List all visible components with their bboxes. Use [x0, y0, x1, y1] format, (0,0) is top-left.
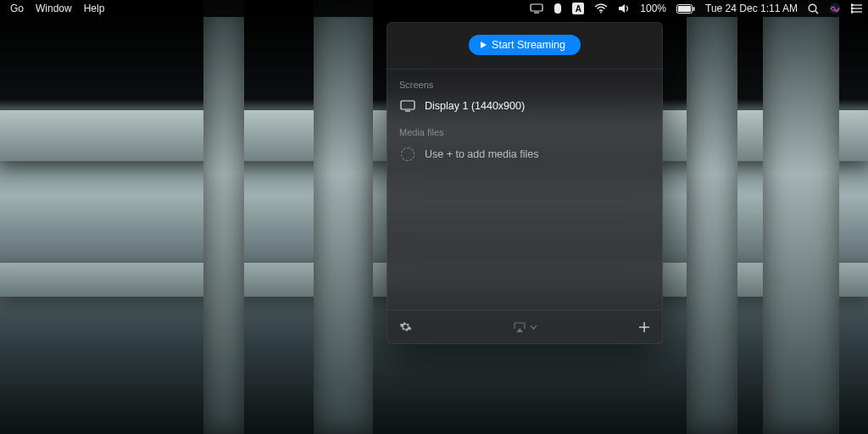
menu-window[interactable]: Window [36, 3, 72, 14]
battery-percentage: 100% [640, 3, 666, 14]
display-menubar-icon[interactable] [530, 3, 543, 14]
svg-line-9 [815, 11, 818, 14]
media-empty-row: Use + to add media files [387, 142, 662, 166]
screen-item[interactable]: Display 1 (1440x900) [387, 95, 662, 117]
svg-point-14 [851, 4, 853, 6]
settings-button[interactable] [399, 320, 412, 333]
airplay-dropdown[interactable] [513, 321, 537, 333]
volume-icon[interactable] [618, 3, 630, 14]
svg-marker-19 [516, 328, 523, 332]
svg-rect-6 [678, 6, 691, 12]
clock[interactable]: Tue 24 Dec 1:11 AM [705, 3, 798, 14]
svg-rect-7 [693, 7, 695, 11]
svg-point-3 [600, 12, 602, 14]
panel-header: Start Streaming [387, 23, 662, 70]
media-section-label: Media files [387, 117, 662, 142]
svg-point-8 [809, 4, 816, 12]
battery-icon[interactable] [676, 4, 695, 14]
svg-point-15 [851, 8, 853, 9]
screen-item-label: Display 1 (1440x900) [425, 100, 525, 112]
screens-section-label: Screens [387, 70, 662, 95]
start-streaming-button[interactable]: Start Streaming [469, 35, 581, 55]
input-source-badge[interactable]: A [572, 3, 584, 14]
svg-point-16 [851, 11, 853, 13]
mouse-icon[interactable] [554, 3, 562, 14]
airplay-icon [513, 321, 526, 333]
chevron-down-icon [530, 325, 537, 330]
svg-rect-2 [554, 3, 561, 14]
svg-marker-4 [619, 4, 625, 13]
menu-help[interactable]: Help [84, 3, 105, 14]
siri-icon[interactable] [829, 3, 841, 14]
menu-bar: Go Window Help A 100% Tue 24 Dec 1:11 AM [0, 0, 868, 17]
panel-footer [387, 309, 662, 343]
notification-center-icon[interactable] [851, 3, 863, 14]
menu-go[interactable]: Go [10, 3, 24, 14]
streaming-panel: Start Streaming Screens Display 1 (1440x… [387, 22, 663, 344]
add-button[interactable] [638, 321, 650, 333]
svg-rect-17 [401, 101, 415, 109]
add-media-placeholder-icon [399, 147, 416, 161]
start-streaming-label: Start Streaming [492, 39, 565, 51]
media-empty-hint: Use + to add media files [425, 148, 538, 160]
spotlight-search-icon[interactable] [808, 3, 819, 14]
gear-icon [399, 320, 412, 333]
svg-rect-0 [531, 4, 542, 11]
play-icon [481, 42, 487, 48]
plus-icon [638, 321, 650, 333]
display-icon [399, 100, 416, 112]
wifi-icon[interactable] [594, 3, 608, 14]
